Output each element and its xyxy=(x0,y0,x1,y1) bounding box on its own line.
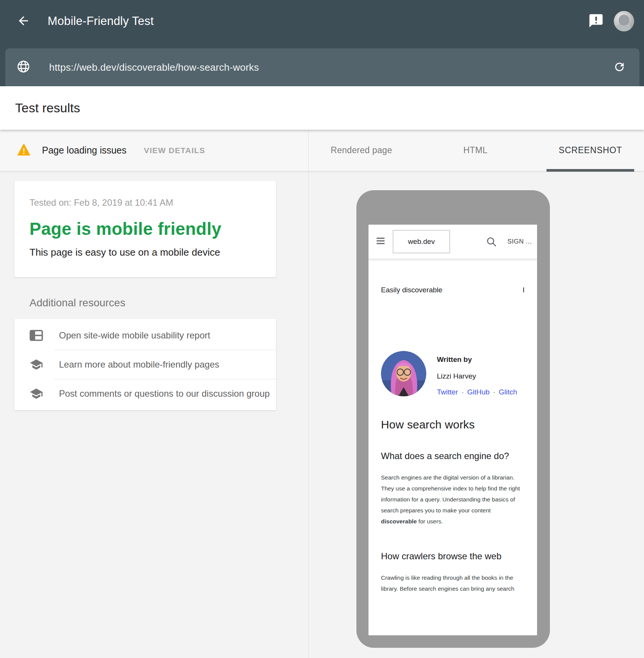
status-tab-band: Page loading issues VIEW DETAILS Rendere… xyxy=(0,130,644,171)
refresh-button[interactable] xyxy=(613,61,626,74)
feedback-icon xyxy=(588,13,604,30)
search-icon xyxy=(486,236,497,247)
main-content: Tested on: Feb 8, 2019 at 10:41 AM Page … xyxy=(0,171,644,658)
preview-breadcrumb-row: Easily discoverable I xyxy=(381,286,525,294)
user-avatar[interactable] xyxy=(614,11,634,31)
verdict-text: Page is mobile friendly xyxy=(29,219,261,239)
preview-author-block: Written by Lizzi Harvey Twitter·GitHub·G… xyxy=(381,351,525,396)
screenshot-panel: web.dev SIGN ... Easily discoverable I xyxy=(309,171,644,658)
back-button[interactable] xyxy=(17,14,30,29)
app-bar: Mobile-Friendly Test xyxy=(0,0,644,42)
written-by-label: Written by xyxy=(437,355,517,364)
phone-mockup: web.dev SIGN ... Easily discoverable I xyxy=(356,190,550,648)
globe-icon xyxy=(17,60,30,75)
url-bar: https://web.dev/discoverable/how-search-… xyxy=(5,48,639,86)
github-link[interactable]: GitHub xyxy=(467,388,489,396)
article-section-heading: What does a search engine do? xyxy=(381,451,525,461)
resources-card: Open site-wide mobile usability report L… xyxy=(14,319,276,410)
preview-article: Easily discoverable I xyxy=(368,286,537,594)
paragraph-bold-text: discoverable xyxy=(381,518,417,525)
preview-url-box: web.dev xyxy=(393,230,450,253)
article-paragraph: Crawling is like reading through all the… xyxy=(381,572,525,594)
resource-label: Open site-wide mobile usability report xyxy=(59,330,210,341)
results-panel: Tested on: Feb 8, 2019 at 10:41 AM Page … xyxy=(0,171,309,658)
results-header: Test results xyxy=(0,86,644,130)
app-title: Mobile-Friendly Test xyxy=(48,14,154,28)
twitter-link[interactable]: Twitter xyxy=(437,388,458,396)
link-separator: · xyxy=(461,388,464,396)
resource-label: Post comments or questions to our discus… xyxy=(59,388,270,399)
refresh-icon xyxy=(613,61,626,74)
school-icon xyxy=(29,358,43,371)
school-icon xyxy=(29,387,43,400)
resource-item-discussion-group[interactable]: Post comments or questions to our discus… xyxy=(14,379,276,408)
tested-on-timestamp: Tested on: Feb 8, 2019 at 10:41 AM xyxy=(29,197,261,208)
article-title: How search works xyxy=(381,418,525,431)
tab-screenshot-label: SCREENSHOT xyxy=(559,145,622,155)
article-section-heading: How crawlers browse the web xyxy=(381,551,525,562)
resources-heading: Additional resources xyxy=(29,297,308,309)
url-bar-section: https://web.dev/discoverable/how-search-… xyxy=(0,42,644,86)
view-details-button[interactable]: VIEW DETAILS xyxy=(144,146,205,155)
glitch-link[interactable]: Glitch xyxy=(499,388,517,396)
paragraph-text: for users. xyxy=(417,518,443,525)
arrow-back-icon xyxy=(17,14,30,29)
resource-item-usability-report[interactable]: Open site-wide mobile usability report xyxy=(14,321,276,350)
author-avatar xyxy=(381,351,426,396)
tab-rendered-page[interactable]: Rendered page xyxy=(319,130,404,171)
preview-breadcrumb: Easily discoverable xyxy=(381,286,443,294)
resource-label: Learn more about mobile-friendly pages xyxy=(59,359,219,370)
verdict-description: This page is easy to use on a mobile dev… xyxy=(29,247,261,258)
tab-screenshot[interactable]: SCREENSHOT xyxy=(546,130,634,171)
feedback-button[interactable] xyxy=(588,13,604,30)
author-links: Twitter·GitHub·Glitch xyxy=(437,388,517,396)
url-input[interactable]: https://web.dev/discoverable/how-search-… xyxy=(49,62,613,73)
active-tab-indicator xyxy=(546,169,634,172)
phone-screen: web.dev SIGN ... Easily discoverable I xyxy=(368,225,537,635)
preview-breadcrumb-truncated: I xyxy=(523,286,525,294)
warning-icon xyxy=(17,143,31,158)
tab-html[interactable]: HTML xyxy=(451,130,500,171)
author-name: Lizzi Harvey xyxy=(437,372,517,380)
hamburger-menu-icon xyxy=(375,236,386,248)
article-paragraph: Search engines are the digital version o… xyxy=(381,472,525,527)
author-meta: Written by Lizzi Harvey Twitter·GitHub·G… xyxy=(437,351,517,396)
mobile-friendly-test-app: Mobile-Friendly Test https://web.dev/dis… xyxy=(0,0,644,658)
paragraph-text: Search engines are the digital version o… xyxy=(381,474,520,514)
page-loading-status: Page loading issues VIEW DETAILS xyxy=(0,130,309,171)
link-separator: · xyxy=(493,388,495,396)
status-label: Page loading issues xyxy=(42,145,127,156)
preview-tabs: Rendered page HTML SCREENSHOT xyxy=(309,130,644,171)
usability-report-icon xyxy=(29,330,43,341)
resource-item-learn-more[interactable]: Learn more about mobile-friendly pages xyxy=(14,350,276,379)
preview-site-toolbar: web.dev SIGN ... xyxy=(368,225,537,259)
verdict-card: Tested on: Feb 8, 2019 at 10:41 AM Page … xyxy=(14,181,276,277)
preview-sign-in: SIGN ... xyxy=(508,238,532,245)
page-title: Test results xyxy=(15,101,80,115)
